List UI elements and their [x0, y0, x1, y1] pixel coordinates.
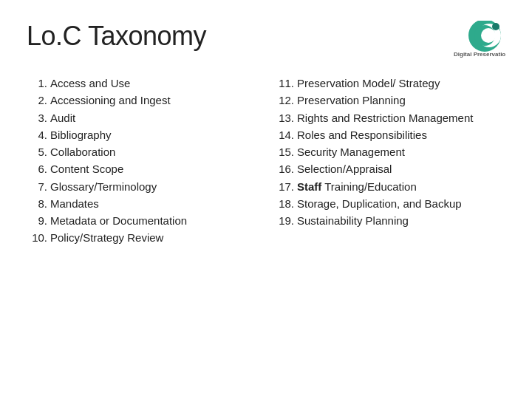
- item-text: Preservation Planning: [297, 92, 505, 109]
- list-item: 16.Selection/Appraisal: [273, 160, 505, 177]
- item-number: 15.: [273, 143, 294, 160]
- item-number: 4.: [27, 126, 47, 143]
- item-number: 11.: [273, 75, 294, 92]
- list-item: 15.Security Management: [273, 143, 505, 160]
- list-item: 14.Roles and Responsibilities: [273, 126, 505, 143]
- content-area: 1.Access and Use2.Accessioning and Inges…: [27, 75, 505, 247]
- svg-point-3: [481, 28, 496, 43]
- list-item: 6.Content Scope: [27, 160, 259, 177]
- item-number: 1.: [27, 75, 47, 92]
- svg-point-4: [492, 23, 499, 30]
- item-number: 10.: [27, 229, 47, 246]
- list-item: 11.Preservation Model/ Strategy: [273, 75, 505, 92]
- item-number: 5.: [27, 143, 47, 160]
- item-text: Roles and Responsibilities: [297, 126, 505, 143]
- list-item: 19.Sustainability Planning: [273, 212, 505, 229]
- item-text: Policy/Strategy Review: [50, 229, 259, 246]
- list-item: 3.Audit: [27, 109, 259, 126]
- list-item: 5.Collaboration: [27, 143, 259, 160]
- right-column: 11.Preservation Model/ Strategy12.Preser…: [273, 75, 505, 247]
- list-item: 1.Access and Use: [27, 75, 259, 92]
- item-number: 7.: [27, 178, 47, 195]
- page-title: Lo.C Taxonomy: [27, 21, 206, 52]
- item-text: Preservation Model/ Strategy: [297, 75, 505, 92]
- item-text: Accessioning and Ingest: [50, 92, 259, 109]
- header: Lo.C Taxonomy Digital Preservation Coali…: [27, 21, 505, 61]
- item-text: Metadata or Documentation: [50, 212, 259, 229]
- item-text: Mandates: [50, 195, 259, 212]
- item-text: Rights and Restriction Management: [297, 109, 505, 126]
- item-number: 12.: [273, 92, 294, 109]
- item-text: Storage, Duplication, and Backup: [297, 195, 505, 212]
- item-number: 2.: [27, 92, 47, 109]
- item-text: Staff Training/Education: [297, 178, 505, 195]
- list-item: 2.Accessioning and Ingest: [27, 92, 259, 109]
- list-item: 10.Policy/Strategy Review: [27, 229, 259, 246]
- item-text: Glossary/Terminology: [50, 178, 259, 195]
- list-item: 7.Glossary/Terminology: [27, 178, 259, 195]
- list-item: 8.Mandates: [27, 195, 259, 212]
- item-number: 13.: [273, 109, 294, 126]
- item-text: Content Scope: [50, 160, 259, 177]
- item-text: Selection/Appraisal: [297, 160, 505, 177]
- item-number: 17.: [273, 178, 294, 195]
- list-item: 4.Bibliography: [27, 126, 259, 143]
- left-column: 1.Access and Use2.Accessioning and Inges…: [27, 75, 259, 247]
- item-number: 19.: [273, 212, 294, 229]
- item-number: 18.: [273, 195, 294, 212]
- list-item: 9.Metadata or Documentation: [27, 212, 259, 229]
- item-text: Collaboration: [50, 143, 259, 160]
- list-item: 18.Storage, Duplication, and Backup: [273, 195, 505, 212]
- item-text: Access and Use: [50, 75, 259, 92]
- item-text: Audit: [50, 109, 259, 126]
- page: Lo.C Taxonomy Digital Preservation Coali…: [0, 0, 532, 399]
- item-number: 6.: [27, 160, 47, 177]
- item-number: 16.: [273, 160, 294, 177]
- item-number: 8.: [27, 195, 47, 212]
- item-text: Bibliography: [50, 126, 259, 143]
- svg-text:Digital Preservation Coalition: Digital Preservation Coalition: [454, 51, 505, 58]
- item-number: 14.: [273, 126, 294, 143]
- item-text: Security Management: [297, 143, 505, 160]
- list-item: 13.Rights and Restriction Management: [273, 109, 505, 126]
- list-item: 17.Staff Training/Education: [273, 178, 505, 195]
- item-number: 3.: [27, 109, 47, 126]
- item-text: Sustainability Planning: [297, 212, 505, 229]
- dpc-logo: Digital Preservation Coalition: [446, 21, 505, 61]
- list-item: 12.Preservation Planning: [273, 92, 505, 109]
- item-number: 9.: [27, 212, 47, 229]
